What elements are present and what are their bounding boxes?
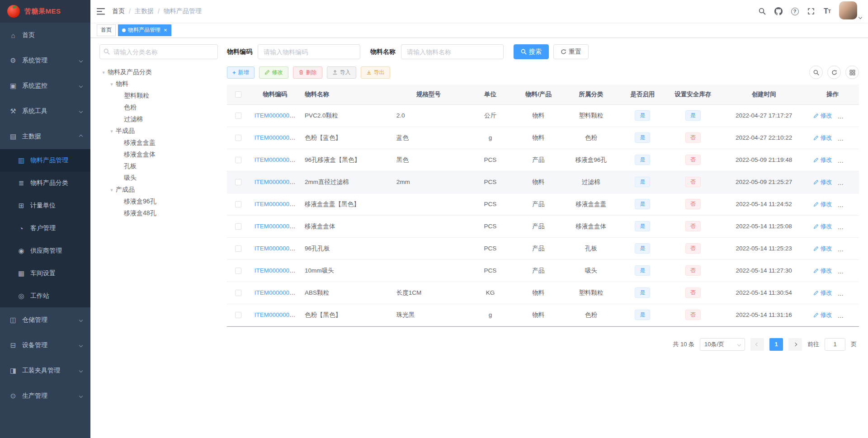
github-icon[interactable] <box>770 0 787 23</box>
row-edit-button[interactable]: 修改 <box>813 200 832 208</box>
row-checkbox[interactable] <box>235 223 241 230</box>
font-size-icon[interactable]: TT <box>819 0 835 23</box>
tree-node[interactable]: ▾ 半成品 <box>99 125 218 137</box>
export-button[interactable]: 导出 <box>361 66 390 79</box>
material-code-link[interactable]: ITEM00000046 <box>255 156 296 163</box>
tree-node[interactable]: ▾ 产成品 <box>99 184 218 196</box>
sidebar-item-workshop-settings[interactable]: ▦ 车间设置 <box>0 262 90 285</box>
prev-page-button[interactable] <box>750 338 764 351</box>
material-code-input[interactable] <box>258 44 360 59</box>
tree-node[interactable]: ▾ 物料及产品分类 <box>99 66 218 78</box>
row-edit-button[interactable]: 修改 <box>813 289 832 297</box>
row-edit-button[interactable]: 修改 <box>813 245 832 253</box>
category-search-input[interactable] <box>99 44 218 59</box>
header-search-icon[interactable] <box>754 0 770 23</box>
sidebar-item-production-mgmt[interactable]: ⊙ 生产管理 <box>0 383 90 409</box>
breadcrumb-home[interactable]: 首页 <box>112 7 125 15</box>
chevron-down-icon <box>859 15 862 19</box>
row-checkbox[interactable] <box>235 268 241 274</box>
material-code-link[interactable]: ITEM00000049 <box>255 179 296 185</box>
material-code-link[interactable]: ITEM00000041 <box>255 134 296 141</box>
row-checkbox[interactable] <box>235 113 241 119</box>
material-code-link[interactable]: ITEM00000051 <box>255 201 296 207</box>
select-all-checkbox[interactable] <box>235 91 241 98</box>
sidebar-item-material-product-category[interactable]: ≣ 物料产品分类 <box>0 172 90 194</box>
row-edit-button[interactable]: 修改 <box>813 267 832 275</box>
tree-node[interactable]: 移液盒96孔 <box>99 196 218 207</box>
sidebar-item-measure-unit[interactable]: ⊞ 计量单位 <box>0 194 90 217</box>
columns-button[interactable] <box>845 66 859 79</box>
tree-node[interactable]: 吸头 <box>99 172 218 184</box>
breadcrumb-master-data: 主数据 <box>135 7 154 15</box>
row-checkbox[interactable] <box>235 245 241 252</box>
refresh-button[interactable] <box>827 66 841 79</box>
row-edit-button[interactable]: 修改 <box>813 134 832 142</box>
tree-node[interactable]: ▾ 物料 <box>99 78 218 90</box>
next-page-button[interactable] <box>788 338 802 351</box>
help-icon[interactable]: ? <box>787 0 803 23</box>
sidebar-item-system-monitor[interactable]: ▣ 系统监控 <box>0 73 90 99</box>
tree-node[interactable]: 移液盒盒盖 <box>99 137 218 149</box>
sidebar-item-system-tools[interactable]: ⚒ 系统工具 <box>0 99 90 124</box>
sidebar-item-label: 工作站 <box>30 292 82 300</box>
close-tab-icon[interactable]: × <box>164 27 167 33</box>
tree-node[interactable]: 色粉 <box>99 102 218 113</box>
page-1-button[interactable]: 1 <box>769 338 783 351</box>
sidebar-item-supplier-mgmt[interactable]: ◉ 供应商管理 <box>0 240 90 262</box>
sidebar-item-material-product-mgmt[interactable]: ▥ 物料产品管理 <box>0 149 90 172</box>
user-menu[interactable] <box>839 1 862 21</box>
hamburger-icon[interactable] <box>97 8 105 15</box>
tree-node[interactable]: 孔板 <box>99 160 218 172</box>
tree-node[interactable]: 塑料颗粒 <box>99 90 218 102</box>
row-checkbox[interactable] <box>235 135 241 141</box>
row-checkbox[interactable] <box>235 290 241 296</box>
sidebar-item-home[interactable]: ⌂ 首页 <box>0 23 90 48</box>
row-edit-button[interactable]: 修改 <box>813 156 832 164</box>
material-code-link[interactable]: ITEM00000052 <box>255 223 296 230</box>
question-mark: ? <box>791 8 799 15</box>
tab-material-product[interactable]: 物料产品管理 × <box>118 24 171 36</box>
reset-button[interactable]: 重置 <box>553 44 589 59</box>
row-edit-button[interactable]: 修改 <box>813 311 832 319</box>
sidebar-item-system-admin[interactable]: ⚙ 系统管理 <box>0 48 90 73</box>
sidebar-item-customer-mgmt[interactable]: ◔ 客户管理 <box>0 217 90 240</box>
delete-button[interactable]: 删除 <box>293 66 322 79</box>
goto-page-input[interactable] <box>825 338 845 351</box>
page-size-select[interactable]: 10条/页 <box>700 338 745 351</box>
search-button[interactable]: 搜索 <box>514 44 549 59</box>
sidebar-item-fixture-mgmt[interactable]: ◨ 工装夹具管理 <box>0 358 90 383</box>
caret-down-icon: ▾ <box>108 128 116 134</box>
unit-cell: PCS <box>465 193 515 215</box>
material-code-link[interactable]: ITEM00000056 <box>255 311 296 318</box>
add-button[interactable]: +新增 <box>227 66 255 79</box>
row-checkbox[interactable] <box>235 201 241 207</box>
row-checkbox[interactable] <box>235 312 241 318</box>
row-edit-button[interactable]: 修改 <box>813 222 832 231</box>
row-edit-button[interactable]: 修改 <box>813 112 832 120</box>
sidebar-item-warehouse-mgmt[interactable]: ◫ 仓储管理 <box>0 307 90 333</box>
sidebar-item-master-data[interactable]: ▤ 主数据 <box>0 124 90 149</box>
toggle-search-button[interactable] <box>809 66 823 79</box>
filter-material-name: 物料名称 <box>370 44 504 59</box>
sidebar-item-workstation[interactable]: ◎ 工作站 <box>0 285 90 307</box>
chevron-down-icon <box>79 318 83 322</box>
material-code-link[interactable]: ITEM00000037 <box>255 112 296 119</box>
material-code-link[interactable]: ITEM00000055 <box>255 289 296 296</box>
material-name-input[interactable] <box>401 44 504 59</box>
warehouse-icon: ◫ <box>9 316 17 324</box>
material-code-link[interactable]: ITEM00000053 <box>255 245 296 252</box>
fullscreen-icon[interactable] <box>803 0 819 23</box>
app-logo[interactable]: 苦糖果MES <box>0 0 90 23</box>
tree-node[interactable]: 过滤棉 <box>99 113 218 125</box>
row-edit-button[interactable]: 修改 <box>813 178 832 186</box>
material-code-link[interactable]: ITEM00000054 <box>255 267 296 274</box>
row-checkbox[interactable] <box>235 157 241 163</box>
row-checkbox[interactable] <box>235 179 241 185</box>
tree-node[interactable]: 移液盒盒体 <box>99 149 218 160</box>
tree-node[interactable]: 移液盒48孔 <box>99 207 218 219</box>
import-button[interactable]: 导入 <box>327 66 356 79</box>
edit-button[interactable]: 修改 <box>259 66 288 79</box>
download-icon <box>366 70 372 75</box>
tab-home[interactable]: 首页 <box>97 24 116 36</box>
sidebar-item-equipment-mgmt[interactable]: ⊟ 设备管理 <box>0 333 90 358</box>
